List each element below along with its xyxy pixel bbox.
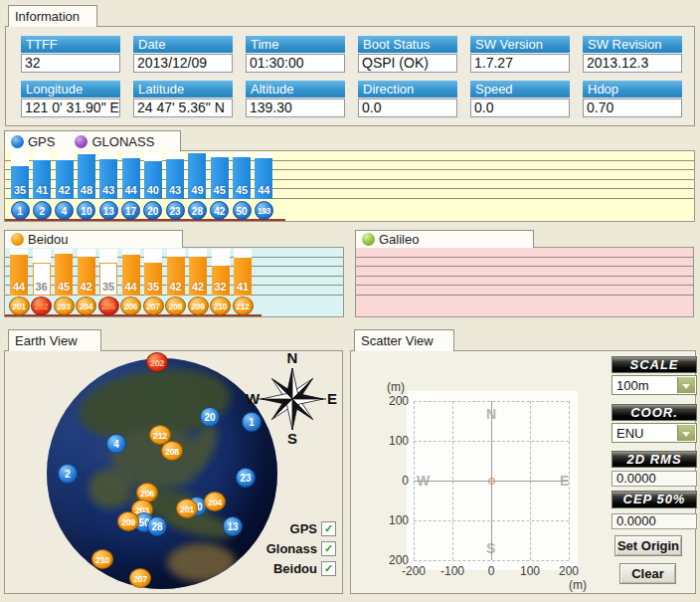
field-value-time: 01:30:00 — [246, 54, 345, 73]
coor-header: COOR. — [612, 404, 697, 421]
tab-earth-view[interactable]: Earth View — [8, 329, 101, 351]
field-value-direction: 0.0 — [358, 99, 457, 117]
gps-sat-slot: 45 — [211, 152, 229, 199]
gps-legend-ball-icon — [11, 135, 24, 148]
beidou-sat-id-ball: 202 — [31, 297, 52, 315]
beidou-sat-slot: 42 — [167, 249, 185, 296]
gps-sat-slot: 41 — [33, 152, 51, 199]
gps-sat-slot: 43 — [166, 152, 184, 199]
field-header-hdop: Hdop — [583, 81, 682, 98]
gps-sat-slot: 44 — [122, 152, 140, 199]
galileo-tab-label: Galileo — [379, 232, 419, 247]
gps-sat-id-ball: 28 — [188, 201, 207, 220]
earth-sat-204: 204 — [204, 492, 226, 511]
coor-dropdown[interactable]: ENU — [612, 423, 697, 443]
beidou-sat-id-ball: 204 — [76, 297, 96, 315]
gps-sat-id-ball: 10 — [77, 201, 95, 220]
beidou-sat-slot: 41 — [234, 249, 252, 296]
checkbox-label-beidou: Beidou — [273, 561, 317, 576]
gps-snr-value: 35 — [9, 184, 31, 196]
set-origin-button[interactable]: Set Origin — [614, 535, 682, 556]
earth-sat-28: 28 — [147, 516, 167, 536]
field-value-sw-revision: 2013.12.3 — [583, 54, 682, 73]
earth-sat-13: 13 — [223, 516, 243, 536]
earth-sat-208: 208 — [161, 441, 183, 461]
gps-sat-slot: 49 — [188, 152, 206, 199]
beidou-sat-id-ball: 210 — [210, 297, 231, 315]
beidou-legend-ball-icon — [11, 233, 24, 246]
field-value-hdop: 0.70 — [583, 99, 682, 117]
beidou-sat-slot: 42 — [78, 249, 95, 296]
beidou-sat-slot: 44 — [10, 249, 28, 296]
beidou-snr-value: 32 — [210, 281, 232, 293]
y-axis-unit: (m) — [387, 380, 405, 394]
coor-dropdown-arrow-icon[interactable] — [677, 425, 695, 441]
earth-sat-20: 20 — [200, 407, 220, 427]
beidou-sat-slot: 35 — [99, 249, 117, 296]
x-axis-unit: (m) — [569, 578, 587, 592]
beidou-snr-value: 36 — [31, 281, 53, 293]
field-value-altitude: 139.30 — [246, 99, 345, 117]
beidou-sat-id-ball: 203 — [54, 297, 75, 315]
compass-w-label: W — [246, 390, 261, 407]
plot-gridline-h — [414, 560, 569, 561]
y-tick-label: 100 — [377, 513, 409, 527]
beidou-sat-slot: 35 — [144, 249, 162, 296]
compass-e-label: E — [327, 390, 337, 407]
galileo-chart-gridlines — [356, 248, 693, 297]
glonass-checkbox[interactable]: ✓ — [321, 541, 336, 556]
earth-sat-209: 209 — [117, 511, 139, 531]
scatter-view-tab-label: Scatter View — [361, 333, 434, 348]
field-header-speed: Speed — [470, 81, 570, 98]
beidou-snr-value: 42 — [165, 281, 187, 293]
field-header-sw-revision: SW Revision — [583, 36, 682, 53]
beidou-sat-id-ball: 207 — [143, 297, 164, 315]
compass-rose: N S W E — [245, 351, 340, 447]
clear-button[interactable]: Clear — [619, 563, 676, 584]
glonass-legend-label: GLONASS — [91, 134, 154, 149]
beidou-sat-id-ball: 208 — [165, 297, 186, 315]
beidou-snr-value: 44 — [120, 281, 142, 293]
beidou-sat-id-ball: 206 — [120, 297, 141, 315]
compass-s-label: S — [287, 430, 297, 447]
scale-dropdown-arrow-icon[interactable] — [677, 377, 695, 393]
gps-legend-label: GPS — [28, 134, 55, 149]
tab-scatter-view[interactable]: Scatter View — [354, 329, 454, 351]
tab-beidou: Beidou — [4, 230, 183, 248]
gps-sat-id-ball: 23 — [166, 201, 185, 220]
field-header-boot-status: Boot Status — [358, 36, 457, 53]
gps-signal-chart: 3514124244810431344174020432349284542455… — [4, 150, 695, 222]
gps-checkbox[interactable]: ✓ — [321, 521, 336, 536]
x-tick-label: 100 — [510, 564, 550, 578]
gps-snr-value: 44 — [253, 184, 274, 196]
x-tick-label: 0 — [471, 564, 511, 578]
gps-snr-value: 40 — [142, 184, 164, 196]
earth-sat-4: 4 — [106, 434, 126, 454]
coor-value: ENU — [616, 426, 643, 441]
scale-dropdown[interactable]: 100m — [612, 375, 697, 395]
tab-information[interactable]: Information — [8, 5, 97, 27]
gps-glonass-legend: GPS GLONASS — [4, 130, 181, 151]
information-panel: TTFF32Date2013/12/09Time01:30:00Boot Sta… — [5, 26, 695, 126]
rms-2d-header: 2D RMS — [612, 451, 697, 468]
earth-sat-210: 210 — [91, 549, 113, 569]
cep-50-value: 0.0000 — [612, 513, 697, 529]
galileo-signal-chart — [355, 247, 694, 317]
gps-snr-value: 43 — [97, 184, 119, 196]
scale-value: 100m — [616, 378, 649, 393]
gps-sat-id-ball: 50 — [233, 201, 252, 220]
rms-2d-value: 0.0000 — [612, 471, 697, 487]
beidou-checkbox[interactable]: ✓ — [321, 561, 336, 576]
beidou-snr-value: 41 — [232, 281, 254, 293]
cep-50-header: CEP 50% — [612, 491, 697, 508]
beidou-sat-id-ball: 212 — [233, 297, 254, 315]
checkbox-row-glonass: Glonass✓ — [266, 541, 336, 556]
beidou-sat-id-ball: 201 — [9, 297, 30, 315]
gps-sat-id-ball: 13 — [99, 201, 118, 220]
earth-view-tab-label: Earth View — [15, 333, 78, 348]
beidou-sat-slot: 42 — [189, 249, 207, 296]
scatter-view-panel: (m) (m) N S W E 2001000100200-200-100010… — [350, 350, 696, 594]
gps-sat-slot: 35 — [11, 152, 29, 199]
y-tick-label: 100 — [377, 434, 409, 448]
gps-sat-id-ball: 4 — [55, 201, 74, 220]
